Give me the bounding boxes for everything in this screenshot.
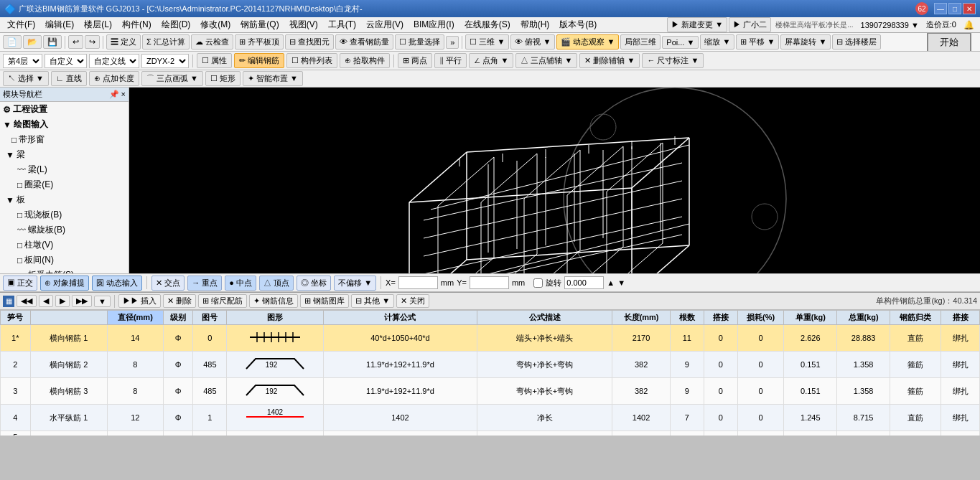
minimize-button[interactable]: — [934, 3, 947, 14]
arc-tool-btn[interactable]: ⌒ 三点画弧 ▼ [141, 71, 203, 86]
center-btn[interactable]: ● 中点 [225, 276, 256, 291]
sidebar-item-cast-slab[interactable]: □ 现浇板(B) [0, 207, 129, 222]
zoom-btn[interactable]: 缩放 ▼ [700, 34, 734, 50]
no-offset-btn[interactable]: 不偏移 ▼ [334, 276, 376, 291]
menu-draw[interactable]: 绘图(D) [157, 17, 195, 32]
more-btn[interactable]: » [446, 36, 459, 49]
screen-rotate-btn[interactable]: 屏幕旋转 ▼ [780, 34, 831, 50]
point-length-btn[interactable]: ⊕ 点加长度 [89, 71, 139, 86]
comp-list-btn[interactable]: ☐ 构件列表 [286, 53, 337, 68]
batch-select-btn[interactable]: ☐ 批量选择 [395, 34, 444, 50]
start-button[interactable]: 开始 [927, 33, 971, 52]
nav-first-btn[interactable]: ◀◀ [17, 295, 37, 307]
other-btn[interactable]: ⊟ 其他 ▼ [351, 294, 394, 308]
table-row[interactable]: 5 [1, 431, 980, 436]
nav-next-btn[interactable]: ▶ [55, 295, 70, 307]
edit-rebar-btn[interactable]: ✏ 编辑钢筋 [234, 53, 284, 68]
table-row[interactable]: 3 横向钢筋 3 8 Φ 485 192 11.9*d+192+11.9*d 弯… [1, 378, 980, 405]
undo-btn[interactable]: ↩ [68, 35, 83, 49]
smart-layout-btn[interactable]: ✦ 智能布置 ▼ [243, 71, 303, 86]
select-floor-btn[interactable]: ⊟ 选择楼层 [832, 34, 881, 50]
open-btn[interactable]: 📂 [23, 35, 42, 49]
close-button[interactable]: ✕ [963, 3, 976, 14]
sidebar-item-spiral-slab[interactable]: 〰 螺旋板(B) [0, 222, 129, 237]
menu-view[interactable]: 视图(V) [285, 17, 322, 32]
menu-bim[interactable]: BIM应用(I) [409, 17, 459, 32]
dynamic-input-btn[interactable]: 圆 动态输入 [92, 276, 142, 291]
zdyx-select[interactable]: ZDYX-2 [141, 54, 189, 68]
menu-file[interactable]: 文件(F) [3, 17, 39, 32]
save-btn[interactable]: 💾 [43, 35, 62, 49]
table-row[interactable]: 2 横向钢筋 2 8 Φ 485 192 11.9*d+192+11.9*d 弯… [1, 352, 980, 378]
line-type-select[interactable]: 自定义线 [89, 54, 139, 68]
define-select[interactable]: 自定义 [45, 54, 87, 68]
menu-online[interactable]: 在线服务(S) [460, 17, 515, 32]
top-view-btn[interactable]: 👁 俯视 ▼ [510, 34, 555, 50]
rebar-info-btn[interactable]: ✦ 钢筋信息 [249, 294, 298, 308]
close-panel-btn[interactable]: ✕ 关闭 [396, 294, 429, 308]
pick-comp-btn[interactable]: ⊕ 拾取构件 [340, 53, 390, 68]
sidebar-item-beam-l[interactable]: 〰 梁(L) [0, 162, 129, 177]
bell-icon[interactable]: 🔔 [961, 20, 977, 30]
menu-component[interactable]: 构件(N) [118, 17, 156, 32]
rotate-input[interactable] [564, 276, 604, 289]
line-tool-btn[interactable]: ∟ 直线 [51, 71, 87, 86]
poi-btn[interactable]: Poi... ▼ [662, 36, 699, 49]
new-change-btn[interactable]: ▶ 新建变更 ▼ [667, 17, 727, 32]
insert-btn[interactable]: ▶▶ 插入 [118, 294, 161, 308]
level-top-btn[interactable]: ⊞ 齐平板顶 [235, 34, 284, 50]
rebar-lib-btn[interactable]: ⊞ 钢筋图库 [300, 294, 349, 308]
vertex-btn[interactable]: △ 顶点 [259, 276, 294, 291]
midpoint-btn[interactable]: → 重点 [187, 276, 222, 291]
sidebar-item-drawing[interactable]: ▼ 绘图输入 [0, 117, 129, 132]
sidebar-item-stripwindow[interactable]: □ 带形窗 [0, 132, 129, 147]
local-3d-btn[interactable]: 局部三维 [620, 34, 661, 50]
cloud-check-btn[interactable]: ☁ 云检查 [191, 34, 233, 50]
ortho-btn[interactable]: ▣ 正交 [3, 276, 37, 291]
sidebar-item-ring-beam[interactable]: □ 圈梁(E) [0, 177, 129, 192]
define-btn[interactable]: ☰ 定义 [106, 34, 141, 50]
angle-down-btn[interactable]: ▼ [617, 278, 625, 287]
angle-up-btn[interactable]: ▲ [607, 278, 615, 287]
menu-cloud[interactable]: 云应用(V) [362, 17, 408, 32]
guang-xiao-er-btn[interactable]: ▶ 广小二 [729, 17, 771, 32]
sidebar-item-engineering[interactable]: ⚙ 工程设置 [0, 102, 129, 117]
property-btn[interactable]: ☐ 属性 [197, 53, 232, 68]
sidebar-item-col-pier[interactable]: □ 柱墩(V) [0, 237, 129, 253]
table-row[interactable]: 1* 横向钢筋 1 14 Φ 0 [1, 325, 980, 352]
scale-rebar-btn[interactable]: ⊞ 缩尺配筋 [198, 294, 247, 308]
angle-point-btn[interactable]: ∠ 点角 ▼ [469, 53, 513, 68]
redo-btn[interactable]: ↪ [85, 35, 100, 49]
dynamic-view-btn[interactable]: 🎬 动态观察 ▼ [556, 34, 619, 50]
pan-btn[interactable]: ⊞ 平移 ▼ [736, 34, 779, 50]
menu-tools[interactable]: 工具(T) [324, 17, 360, 32]
maximize-button[interactable]: □ [948, 3, 961, 14]
nav-last-btn[interactable]: ▶▶ [72, 295, 92, 307]
sidebar-item-slab[interactable]: ▼ 板 [0, 192, 129, 207]
sidebar-item-slab-rebar[interactable]: 〰 板受力筋(S) [0, 268, 129, 273]
y-input[interactable] [470, 276, 509, 289]
three-d-btn[interactable]: ☐ 三维 ▼ [465, 34, 509, 50]
coord-btn[interactable]: ◎ 坐标 [297, 276, 331, 291]
three-point-axis-btn[interactable]: △ 三点辅轴 ▼ [515, 53, 577, 68]
delete-btn[interactable]: ✕ 删除 [163, 294, 196, 308]
new-btn[interactable]: 📄 [3, 35, 22, 49]
find-elem-btn[interactable]: ⊟ 查找图元 [285, 34, 334, 50]
two-point-btn[interactable]: ⊞ 两点 [398, 53, 432, 68]
nav-down-btn[interactable]: ▼ [94, 296, 111, 307]
layer-select[interactable]: 第4层 [3, 54, 42, 68]
menu-edit[interactable]: 编辑(E) [41, 17, 78, 32]
nav-prev-btn[interactable]: ◀ [39, 295, 53, 307]
view-rebar-btn[interactable]: 👁 查看钢筋量 [335, 34, 393, 50]
menu-rebar[interactable]: 钢筋量(Q) [236, 17, 283, 32]
menu-modify[interactable]: 修改(M) [196, 17, 235, 32]
snap-btn[interactable]: ⊕ 对象捕提 [40, 276, 89, 291]
menu-floor[interactable]: 楼层(L) [80, 17, 116, 32]
sidebar-item-slab-gap[interactable]: □ 板间(N) [0, 253, 129, 268]
sum-calc-btn[interactable]: Σ 汇总计算 [142, 34, 190, 50]
rect-tool-btn[interactable]: ☐ 矩形 [205, 71, 241, 86]
select-tool-btn[interactable]: ↖ 选择 ▼ [3, 71, 49, 86]
parallel-btn[interactable]: ∥ 平行 [434, 53, 467, 68]
table-row[interactable]: 4 水平纵筋 1 12 Φ 1 1402 1402 净长 1402 7 [1, 405, 980, 431]
menu-version[interactable]: 版本号(B) [555, 17, 601, 32]
